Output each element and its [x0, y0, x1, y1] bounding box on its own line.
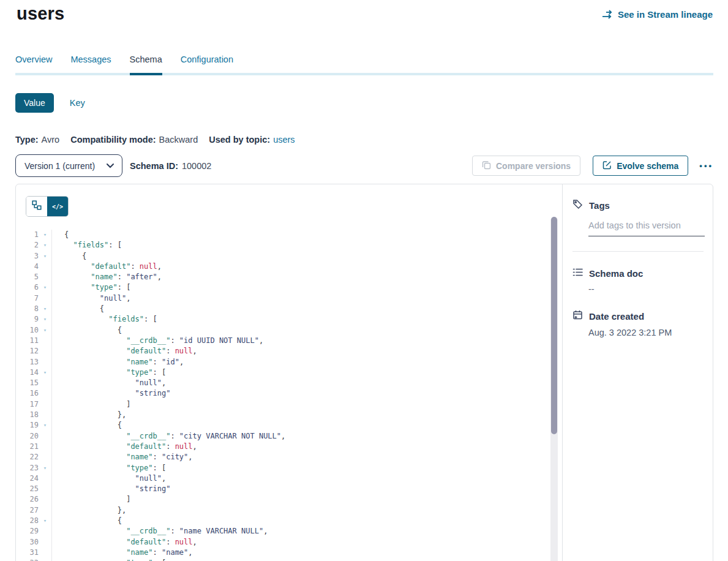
edit-icon — [602, 160, 612, 171]
stream-lineage-icon — [602, 10, 614, 19]
tab-configuration[interactable]: Configuration — [181, 55, 233, 73]
fold-toggle-icon[interactable]: ▾ — [39, 325, 52, 336]
compare-versions-button[interactable]: Compare versions — [472, 156, 580, 176]
chevron-down-icon — [107, 164, 114, 168]
tree-view-button[interactable] — [26, 197, 47, 216]
topic-link[interactable]: users — [273, 135, 295, 145]
line-number: 29 — [16, 526, 39, 537]
code-text: { — [52, 325, 122, 336]
version-select[interactable]: Version 1 (current) — [15, 154, 122, 177]
fold-spacer — [39, 537, 52, 548]
fold-toggle-icon[interactable]: ▾ — [39, 516, 52, 526]
tree-view-icon — [32, 200, 42, 213]
line-number: 9 — [16, 314, 39, 325]
fold-spacer — [39, 548, 52, 558]
fold-toggle-icon[interactable]: ▾ — [39, 230, 52, 240]
fold-spacer — [39, 410, 52, 420]
line-number: 10 — [16, 325, 39, 336]
fold-toggle-icon[interactable]: ▾ — [39, 304, 52, 314]
code-view-button[interactable]: </> — [47, 197, 68, 216]
fold-toggle-icon[interactable]: ▾ — [39, 282, 52, 293]
code-line: 6▾ "type": [ — [16, 282, 550, 293]
date-created-header: Date created — [572, 310, 703, 322]
fold-spacer — [39, 526, 52, 537]
line-number: 1 — [16, 230, 39, 240]
code-text: "__crdb__": "name VARCHAR NULL", — [52, 526, 268, 537]
code-text: "__crdb__": "city VARCHAR NOT NULL", — [52, 431, 285, 442]
value-toggle-button[interactable]: Value — [15, 93, 54, 113]
code-text: "null", — [52, 378, 166, 388]
code-line: 31 "name": "name", — [16, 548, 550, 558]
schema-page: users See in Stream lineage Overview Mes… — [0, 0, 728, 561]
list-icon — [572, 268, 583, 279]
code-text: "string" — [52, 388, 170, 399]
stream-lineage-link[interactable]: See in Stream lineage — [602, 9, 713, 20]
code-text: "null", — [52, 473, 166, 484]
fold-spacer — [39, 262, 52, 272]
code-text: { — [52, 516, 122, 526]
code-line: 32▾ "type": [ — [16, 558, 550, 561]
editor-scrollbar-track[interactable] — [550, 217, 558, 561]
code-text: "default": null, — [52, 442, 197, 452]
line-number: 30 — [16, 537, 39, 548]
code-line: 17 ] — [16, 399, 550, 410]
fold-spacer — [39, 431, 52, 442]
line-number: 32 — [16, 558, 39, 561]
date-created-value: Aug. 3 2022 3:21 PM — [588, 328, 703, 337]
fold-toggle-icon[interactable]: ▾ — [39, 558, 52, 561]
page-title: users — [17, 4, 64, 24]
calendar-plus-icon — [572, 310, 583, 322]
fold-toggle-icon[interactable]: ▾ — [39, 251, 52, 262]
compatibility-value: Backward — [159, 135, 198, 145]
schema-id-value: 100002 — [182, 161, 211, 171]
fold-toggle-icon[interactable]: ▾ — [39, 420, 52, 431]
editor-scrollbar-thumb[interactable] — [551, 217, 557, 434]
code-line: 24 "null", — [16, 473, 550, 484]
code-view-icon: </> — [52, 203, 63, 210]
schema-doc-header: Schema doc — [572, 268, 703, 279]
key-toggle-link[interactable]: Key — [70, 98, 85, 108]
code-text: }, — [52, 410, 126, 420]
code-text: "default": null, — [52, 346, 197, 356]
line-number: 23 — [16, 463, 39, 473]
code-text: "name": "name", — [52, 548, 193, 558]
code-text: "string" — [52, 484, 170, 494]
schema-id-label: Schema ID: — [130, 161, 178, 171]
tab-schema[interactable]: Schema — [130, 55, 162, 73]
code-line: 21 "default": null, — [16, 442, 550, 452]
line-number: 31 — [16, 548, 39, 558]
code-line: 22 "name": "city", — [16, 452, 550, 462]
code-text: "type": [ — [52, 463, 166, 473]
fold-spacer — [39, 357, 52, 367]
tab-messages[interactable]: Messages — [70, 55, 111, 73]
code-text: ] — [52, 399, 130, 410]
evolve-schema-button[interactable]: Evolve schema — [593, 156, 688, 176]
code-text: "default": null, — [52, 262, 162, 272]
code-text: ] — [52, 494, 130, 505]
fold-toggle-icon[interactable]: ▾ — [39, 367, 52, 378]
code-text: "fields": [ — [52, 240, 122, 250]
code-line: 3▾ { — [16, 251, 550, 262]
code-text: "name": "id", — [52, 357, 184, 367]
fold-toggle-icon[interactable]: ▾ — [39, 314, 52, 325]
code-line: 16 "string" — [16, 388, 550, 399]
type-label: Type: — [15, 135, 39, 145]
sidebar-divider — [572, 251, 704, 252]
fold-toggle-icon[interactable]: ▾ — [39, 463, 52, 473]
more-actions-button[interactable]: ••• — [699, 162, 713, 170]
line-number: 17 — [16, 399, 39, 410]
fold-toggle-icon[interactable]: ▾ — [39, 240, 52, 250]
fold-spacer — [39, 442, 52, 452]
line-number: 22 — [16, 452, 39, 462]
line-number: 21 — [16, 442, 39, 452]
line-number: 6 — [16, 282, 39, 293]
code-line: 23▾ "type": [ — [16, 463, 550, 473]
add-tags-input[interactable]: Add tags to this version — [588, 220, 705, 236]
line-number: 8 — [16, 304, 39, 314]
code-line: 27 }, — [16, 505, 550, 516]
tab-overview[interactable]: Overview — [15, 55, 52, 73]
schema-editor: </> 1▾{2▾ "fields": [3▾ {4 "default": nu… — [16, 184, 563, 561]
code-line: 25 "string" — [16, 484, 550, 494]
code-line: 2▾ "fields": [ — [16, 240, 550, 250]
line-number: 11 — [16, 336, 39, 346]
